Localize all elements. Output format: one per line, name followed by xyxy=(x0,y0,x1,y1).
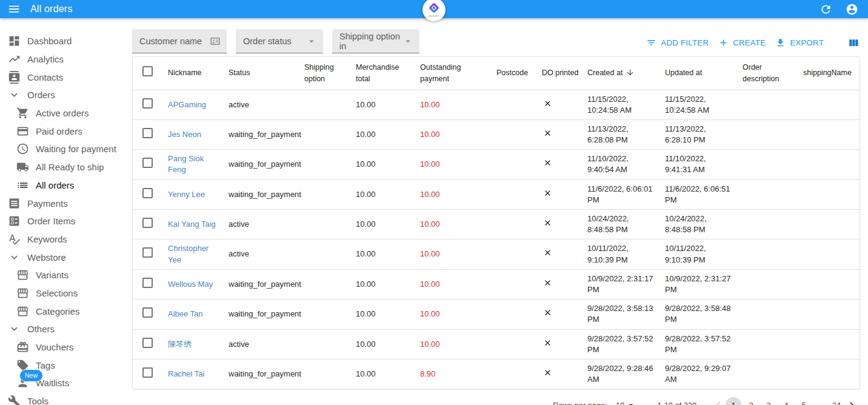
sidebar-item-waitlists[interactable]: NewWaitlists xyxy=(0,374,132,392)
sidebar-item-active-orders[interactable]: Active orders xyxy=(0,104,132,122)
sidebar-item-waiting-for-payment[interactable]: Waiting for payment xyxy=(0,140,132,158)
sidebar-item-tools[interactable]: Tools xyxy=(0,392,132,405)
row-checkbox[interactable] xyxy=(142,158,153,168)
order-description-cell xyxy=(743,179,803,209)
next-page-button[interactable] xyxy=(844,398,859,405)
refresh-icon[interactable] xyxy=(820,3,832,16)
page-button-2[interactable]: 2 xyxy=(743,397,759,405)
sidebar-item-webstore[interactable]: Webstore xyxy=(0,248,132,266)
row-checkbox[interactable] xyxy=(142,367,153,378)
create-button[interactable]: CREATE xyxy=(713,35,770,51)
caret-icon xyxy=(402,36,413,47)
col-header-do-printed[interactable]: DO printed xyxy=(542,57,587,90)
row-checkbox[interactable] xyxy=(142,128,153,138)
sidebar-item-orders[interactable]: Orders xyxy=(0,86,132,104)
nickname-link[interactable]: Kai Yang Taig xyxy=(168,219,216,229)
col-header-nickname[interactable]: Nickname xyxy=(168,57,229,90)
sidebar-item-all-ready-to-ship[interactable]: All Ready to ship xyxy=(0,158,132,176)
outstanding-payment-cell: 10.00 xyxy=(420,210,496,239)
filter-shipping-option-in[interactable]: Shipping option in xyxy=(332,29,419,53)
table-row[interactable]: Christopher Yeeactive10.0010.0010/11/202… xyxy=(133,239,860,269)
table-row[interactable]: Jes Neonwaiting_for_payment10.0010.0011/… xyxy=(133,119,860,149)
export-button[interactable]: EXPORT xyxy=(770,35,829,51)
created-at-cell: 11/13/2022, 6:28:08 PM xyxy=(587,119,665,149)
nickname-link[interactable]: APGaming xyxy=(168,100,206,109)
nickname-link[interactable]: Rachel Tai xyxy=(168,369,204,378)
caret-down-icon xyxy=(626,400,636,405)
menu-icon[interactable] xyxy=(7,2,21,16)
row-checkbox[interactable] xyxy=(142,218,153,228)
postcode-cell xyxy=(496,269,542,299)
brand-logo[interactable]: BOXIFY xyxy=(422,0,446,21)
page-button-24[interactable]: 24 xyxy=(829,397,844,405)
status-cell: waiting_for_payment xyxy=(229,150,304,179)
nickname-link[interactable]: Pang Siok Feng xyxy=(168,154,204,174)
postcode-cell xyxy=(496,359,542,389)
prev-page-button[interactable] xyxy=(711,398,726,405)
col-header-merchandise-total[interactable]: Merchandise total xyxy=(356,57,420,90)
col-header-outstanding-payment[interactable]: Outstanding payment xyxy=(420,57,496,90)
col-header-postcode[interactable]: Postcode xyxy=(496,57,542,90)
row-checkbox[interactable] xyxy=(142,98,153,109)
col-header-order-description[interactable]: Order description xyxy=(743,57,803,90)
table-row[interactable]: Kai Yang Taigactive10.0010.0010/24/2022,… xyxy=(133,210,860,239)
filter-order-status[interactable]: Order status xyxy=(236,29,323,53)
table-row[interactable]: Wellous Maywaiting_for_payment10.0010.00… xyxy=(133,269,860,299)
nickname-link[interactable]: Albee Tan xyxy=(168,309,203,318)
nickname-link[interactable]: 陳琴绣 xyxy=(168,340,192,349)
sidebar-item-dashboard[interactable]: Dashboard xyxy=(0,32,132,50)
sidebar-item-keywords[interactable]: Keywords xyxy=(0,230,132,249)
sidebar-item-contacts[interactable]: Contacts xyxy=(0,68,132,86)
table-row[interactable]: Rachel Taiwaiting_for_payment10.008.909/… xyxy=(133,359,860,389)
sidebar-item-payments[interactable]: Payments xyxy=(0,194,132,212)
sidebar-item-selections[interactable]: Selections xyxy=(0,284,132,303)
row-checkbox[interactable] xyxy=(142,307,153,318)
filter-customer-name[interactable]: Customer name xyxy=(132,29,227,53)
nickname-link[interactable]: Wellous May xyxy=(168,279,213,289)
row-checkbox[interactable] xyxy=(142,278,153,288)
merchandise-total-cell: 10.00 xyxy=(356,329,420,359)
row-checkbox[interactable] xyxy=(142,247,153,258)
sidebar-item-variants[interactable]: Variants xyxy=(0,266,132,284)
add-filter-button[interactable]: ADD FILTER xyxy=(641,35,713,51)
sidebar-item-categories[interactable]: Categories xyxy=(0,302,132,320)
account-icon[interactable] xyxy=(846,3,858,16)
row-checkbox[interactable] xyxy=(142,338,153,348)
sidebar-item-tags[interactable]: Tags xyxy=(0,356,132,374)
table-row[interactable]: 陳琴绣active10.0010.009/28/2022, 3:57:52 PM… xyxy=(133,329,860,359)
page-button-3[interactable]: 3 xyxy=(761,397,776,405)
wrench-icon xyxy=(8,395,21,405)
page-button-4[interactable]: 4 xyxy=(778,397,794,405)
row-checkbox[interactable] xyxy=(142,188,153,198)
col-header-shipping-option[interactable]: Shipping option xyxy=(304,57,356,90)
col-header-shipping-name[interactable]: shippingName xyxy=(803,57,860,90)
table-row[interactable]: APGamingactive10.0010.0011/15/2022, 10:2… xyxy=(133,90,860,119)
sidebar-item-vouchers[interactable]: Vouchers xyxy=(0,338,132,356)
col-header-updated-at[interactable]: Updated at xyxy=(665,57,743,90)
rows-per-page-select[interactable]: 10 xyxy=(616,400,636,405)
columns-icon[interactable] xyxy=(847,37,860,49)
table-row[interactable]: Yenny Leewaiting_for_payment10.0010.0011… xyxy=(133,179,860,209)
sidebar-item-paid-orders[interactable]: Paid orders xyxy=(0,122,132,140)
col-header-created-at[interactable]: Created at xyxy=(587,57,665,90)
table-row[interactable]: Albee Tanwaiting_for_payment10.0010.009/… xyxy=(133,300,860,329)
col-header-status[interactable]: Status xyxy=(229,57,304,90)
shipping-option-cell xyxy=(304,269,356,299)
select-all-checkbox[interactable] xyxy=(142,66,153,76)
sidebar-item-order-items[interactable]: Order Items xyxy=(0,212,132,230)
status-cell: active xyxy=(229,210,304,239)
nickname-link[interactable]: Yenny Lee xyxy=(168,190,205,199)
sidebar-item-label: All Ready to ship xyxy=(36,162,104,172)
postcode-cell xyxy=(496,210,542,239)
status-cell: waiting_for_payment xyxy=(229,179,304,209)
do-printed-cell xyxy=(542,329,587,359)
page-button-1[interactable]: 1 xyxy=(726,397,741,405)
nickname-link[interactable]: Jes Neon xyxy=(168,130,201,139)
shipping-option-cell xyxy=(304,119,356,149)
table-row[interactable]: Pang Siok Fengwaiting_for_payment10.0010… xyxy=(133,150,860,179)
sidebar-item-all-orders[interactable]: All orders xyxy=(0,176,132,195)
nickname-link[interactable]: Christopher Yee xyxy=(168,244,209,264)
sidebar-item-analytics[interactable]: Analytics xyxy=(0,50,132,69)
page-button-5[interactable]: 5 xyxy=(796,397,812,405)
sidebar-item-others[interactable]: Others xyxy=(0,320,132,338)
